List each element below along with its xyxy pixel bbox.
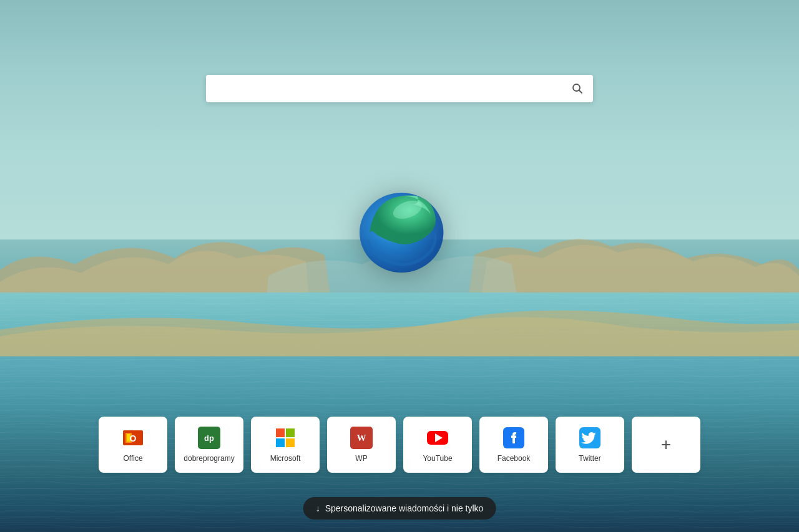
svg-text:O: O xyxy=(130,433,137,443)
search-bar xyxy=(206,75,593,102)
dp-icon: dp xyxy=(198,427,220,449)
quick-link-office[interactable]: O Office xyxy=(99,417,167,473)
quick-link-twitter[interactable]: Twitter xyxy=(556,417,624,473)
svg-rect-11 xyxy=(286,428,295,437)
twitter-icon xyxy=(579,427,601,449)
office-icon: O xyxy=(122,427,144,449)
search-button[interactable] xyxy=(569,80,586,97)
quick-link-microsoft[interactable]: Microsoft xyxy=(251,417,320,473)
add-icon: + xyxy=(661,436,671,453)
svg-rect-12 xyxy=(276,438,285,447)
wp-label: WP xyxy=(355,454,367,463)
svg-rect-13 xyxy=(286,438,295,447)
bottom-bar[interactable]: ↓ Spersonalizowane wiadomości i nie tylk… xyxy=(303,497,496,520)
office-label: Office xyxy=(123,454,142,463)
search-input[interactable] xyxy=(213,83,569,94)
search-container xyxy=(206,75,593,102)
bottom-bar-arrow: ↓ xyxy=(316,503,320,513)
dobreprogramy-label: dobreprogramy xyxy=(184,454,234,463)
facebook-icon xyxy=(502,427,525,449)
twitter-label: Twitter xyxy=(579,454,600,463)
quick-link-youtube[interactable]: YouTube xyxy=(403,417,472,473)
svg-rect-10 xyxy=(276,428,285,437)
microsoft-icon xyxy=(274,427,297,449)
edge-logo xyxy=(350,178,449,280)
add-link-button[interactable]: + xyxy=(632,417,700,473)
youtube-label: YouTube xyxy=(423,454,452,463)
quick-links: O Office dp dobreprogramy Microsoft W WP xyxy=(99,417,700,473)
search-icon xyxy=(572,83,583,94)
quick-link-dobreprogramy[interactable]: dp dobreprogramy xyxy=(175,417,243,473)
facebook-label: Facebook xyxy=(498,454,531,463)
quick-link-facebook[interactable]: Facebook xyxy=(479,417,548,473)
sand-dunes xyxy=(0,303,799,356)
microsoft-label: Microsoft xyxy=(270,454,301,463)
youtube-icon xyxy=(426,427,449,449)
wp-icon: W xyxy=(350,427,373,449)
bottom-bar-text: Spersonalizowane wiadomości i nie tylko xyxy=(325,503,484,513)
quick-link-wp[interactable]: W WP xyxy=(327,417,396,473)
svg-line-5 xyxy=(579,90,582,94)
